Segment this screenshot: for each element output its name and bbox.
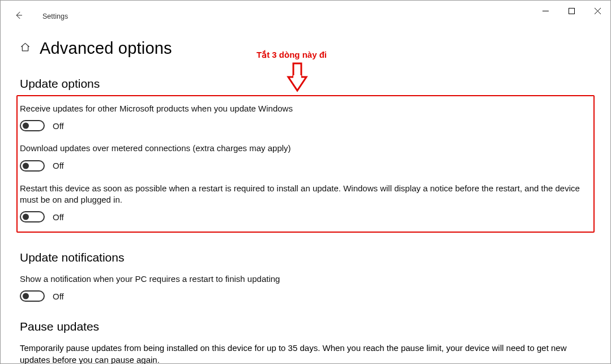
toggle-switch[interactable]	[20, 120, 45, 131]
toggle-row: Off	[20, 211, 590, 222]
option-receive-updates: Receive updates for other Microsoft prod…	[20, 103, 590, 131]
toggle-state: Off	[53, 212, 64, 222]
maximize-button[interactable]	[558, 1, 584, 21]
section-update-options: Update options Receive updates for other…	[20, 77, 591, 233]
settings-window: Settings Advanced options Update options	[0, 0, 611, 364]
close-button[interactable]	[584, 1, 610, 21]
arrow-left-icon	[14, 10, 24, 20]
annotation-highlight-box: Receive updates for other Microsoft prod…	[16, 95, 595, 233]
option-label: Download updates over metered connection…	[20, 143, 590, 154]
app-title: Settings	[42, 12, 68, 20]
section-heading: Pause updates	[20, 320, 591, 333]
option-metered-connections: Download updates over metered connection…	[20, 143, 590, 171]
section-heading: Update notifications	[20, 251, 591, 264]
toggle-switch[interactable]	[20, 290, 45, 302]
page-header: Advanced options	[20, 39, 591, 58]
section-pause-updates: Pause updates Temporarily pause updates …	[20, 320, 591, 364]
titlebar: Settings	[1, 1, 610, 22]
minimize-icon	[542, 8, 549, 14]
pause-description: Temporarily pause updates from being ins…	[20, 342, 591, 364]
back-button[interactable]	[11, 7, 27, 23]
option-label: Receive updates for other Microsoft prod…	[20, 103, 590, 114]
content: Advanced options Update options Receive …	[1, 22, 610, 364]
toggle-switch[interactable]	[20, 211, 45, 222]
window-controls	[532, 1, 610, 21]
toggle-switch[interactable]	[20, 160, 45, 172]
toggle-state: Off	[53, 292, 64, 301]
option-restart-asap: Restart this device as soon as possible …	[20, 183, 590, 223]
section-heading: Update options	[20, 77, 591, 91]
close-icon	[595, 8, 601, 14]
option-label: Restart this device as soon as possible …	[20, 183, 590, 206]
toggle-row: Off	[20, 290, 591, 302]
maximize-icon	[569, 8, 575, 14]
toggle-row: Off	[20, 160, 590, 172]
page-title: Advanced options	[40, 39, 172, 58]
option-restart-notification: Show a notification when your PC require…	[20, 273, 591, 302]
toggle-row: Off	[20, 120, 590, 131]
toggle-state: Off	[53, 121, 64, 131]
option-label: Show a notification when your PC require…	[20, 273, 591, 285]
svg-rect-1	[569, 8, 574, 14]
section-update-notifications: Update notifications Show a notification…	[20, 251, 591, 302]
minimize-button[interactable]	[532, 1, 558, 21]
toggle-state: Off	[53, 161, 64, 170]
home-icon[interactable]	[20, 42, 31, 55]
